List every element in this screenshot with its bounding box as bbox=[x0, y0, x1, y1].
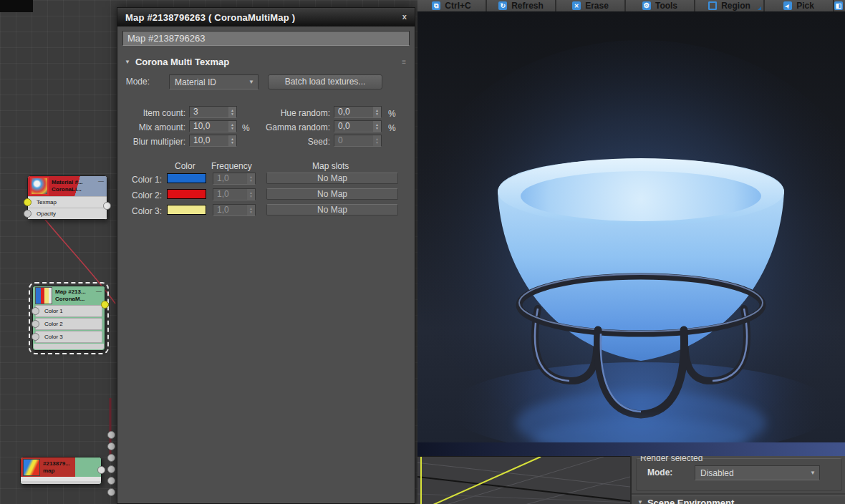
multimap-preview-thumbnail bbox=[35, 287, 52, 304]
spinner-arrows[interactable]: ▲▼ bbox=[247, 173, 255, 184]
gradient-preview-thumbnail bbox=[23, 459, 40, 476]
mode-label: Mode: bbox=[117, 77, 150, 87]
rollout-title: Corona Multi Texmap bbox=[135, 57, 229, 67]
node-header[interactable]: Material #... CoronaLi... — bbox=[28, 176, 107, 196]
mix-amount-label: Mix amount: bbox=[117, 122, 185, 132]
color3-map-slot-button[interactable]: No Map bbox=[266, 204, 398, 215]
erase-icon bbox=[572, 1, 581, 10]
rollout-menu-icon[interactable]: ≡ bbox=[402, 58, 406, 66]
render-viewport[interactable] bbox=[417, 11, 845, 456]
map-name-input[interactable]: Map #2138796263 bbox=[122, 31, 410, 46]
spinner-arrows[interactable]: ▲▼ bbox=[373, 135, 381, 146]
blur-multiplier-spinner[interactable]: 10,0 ▲▼ bbox=[189, 135, 237, 147]
color1-swatch[interactable] bbox=[167, 173, 206, 183]
divider bbox=[632, 493, 845, 495]
column-header-map-slots: Map slots bbox=[312, 161, 349, 171]
input-socket[interactable] bbox=[32, 333, 39, 341]
refresh-button[interactable]: Refresh bbox=[487, 0, 556, 11]
erase-button[interactable]: Erase bbox=[556, 0, 626, 11]
node-collapse-icon[interactable]: — bbox=[96, 288, 102, 294]
node-corona-material[interactable]: Material #... CoronaLi... — Texmap Opaci… bbox=[27, 175, 107, 220]
color2-swatch[interactable] bbox=[167, 189, 206, 199]
node-header[interactable]: Map #213... CoronaM... — bbox=[33, 286, 105, 305]
node-subtitle: CoronaM... bbox=[55, 296, 86, 303]
color1-map-slot-button[interactable]: No Map bbox=[266, 173, 398, 184]
slot-label: Color 1 bbox=[44, 308, 63, 314]
rollout-scene-environment[interactable]: ▼ Scene Environment bbox=[632, 498, 845, 504]
node-slot-texmap[interactable]: Texmap bbox=[28, 196, 107, 208]
node-footer bbox=[21, 481, 101, 484]
seed-spinner[interactable]: 0 ▲▼ bbox=[334, 135, 382, 147]
node-gradient-map[interactable]: #213879... map bbox=[20, 457, 102, 485]
color1-frequency-spinner[interactable]: 1,0 ▲▼ bbox=[213, 173, 256, 185]
output-socket[interactable] bbox=[101, 301, 109, 309]
spinner-arrows[interactable]: ▲▼ bbox=[228, 107, 236, 117]
rollout-corona-multi-texmap[interactable]: ▼ Corona Multi Texmap ≡ bbox=[122, 55, 409, 68]
node-slot-opacity[interactable]: Opacity bbox=[28, 208, 107, 219]
spinner-arrows[interactable]: ▲▼ bbox=[373, 107, 381, 117]
spinner-arrows[interactable]: ▲▼ bbox=[247, 205, 255, 215]
percent-sign: % bbox=[388, 123, 396, 133]
gamma-random-spinner[interactable]: 0,0 ▲▼ bbox=[334, 120, 382, 132]
color2-map-slot-button[interactable]: No Map bbox=[266, 188, 398, 200]
node-corona-multimap[interactable]: Map #213... CoronaM... — Color 1 Color 2… bbox=[32, 286, 105, 351]
input-socket[interactable] bbox=[24, 210, 32, 218]
vfb-toolbar: Ctrl+C Refresh Erase Tools Region Pick C… bbox=[417, 0, 845, 11]
spinner-arrows[interactable]: ▲▼ bbox=[228, 135, 236, 146]
color2-label: Color 2: bbox=[117, 190, 162, 200]
color3-frequency-spinner[interactable]: 1,0 ▲▼ bbox=[213, 204, 256, 216]
hue-random-label: Hue random: bbox=[254, 108, 330, 118]
dialog-title: Map #2138796263 ( CoronaMultiMap ) bbox=[125, 12, 295, 23]
input-socket[interactable] bbox=[32, 307, 39, 315]
render-mode-label: Mode: bbox=[647, 467, 672, 478]
hue-random-spinner[interactable]: 0,0 ▲▼ bbox=[334, 106, 382, 118]
color2-frequency-spinner[interactable]: 1,0 ▲▼ bbox=[213, 188, 256, 200]
percent-sign: % bbox=[242, 123, 250, 133]
chevron-down-icon: ▼ bbox=[810, 470, 816, 476]
input-socket[interactable] bbox=[24, 198, 32, 206]
gamma-random-label: Gamma random: bbox=[254, 122, 330, 132]
perspective-viewport[interactable] bbox=[417, 456, 630, 504]
output-socket[interactable] bbox=[103, 202, 111, 210]
rollout-arrow-icon: ▼ bbox=[637, 499, 643, 504]
rendered-bowl-image bbox=[417, 11, 845, 456]
spinner-arrows[interactable]: ▲▼ bbox=[228, 121, 236, 132]
node-slot-color1[interactable]: Color 1 bbox=[35, 305, 102, 317]
button-label: Ctrl+C bbox=[445, 1, 470, 11]
close-icon[interactable]: x bbox=[399, 12, 410, 22]
mode-dropdown-value: Material ID bbox=[175, 77, 216, 87]
render-selected-title: Render selected bbox=[640, 456, 702, 463]
mode-dropdown[interactable]: Material ID ▼ bbox=[169, 74, 259, 89]
spinner-arrows[interactable]: ▲▼ bbox=[373, 121, 381, 132]
slot-label: Texmap bbox=[37, 199, 57, 205]
copy-to-clipboard-button[interactable]: Ctrl+C bbox=[417, 0, 487, 11]
tools-button[interactable]: Tools bbox=[626, 0, 695, 11]
item-count-spinner[interactable]: 3 ▲▼ bbox=[189, 106, 237, 118]
percent-sign: % bbox=[388, 109, 396, 119]
node-header[interactable]: #213879... map bbox=[21, 457, 101, 477]
screen: Material #... CoronaLi... — Texmap Opaci… bbox=[0, 0, 845, 504]
copy-icon bbox=[432, 1, 440, 10]
input-socket[interactable] bbox=[32, 320, 39, 328]
output-socket[interactable] bbox=[97, 466, 105, 474]
render-mode-dropdown[interactable]: Disabled ▼ bbox=[695, 465, 820, 480]
slot-label: Color 3 bbox=[44, 334, 63, 340]
node-slot-color2[interactable]: Color 2 bbox=[35, 318, 102, 330]
color3-swatch[interactable] bbox=[167, 205, 206, 215]
cshading-button[interactable]: CShad bbox=[834, 0, 845, 11]
mix-amount-spinner[interactable]: 10,0 ▲▼ bbox=[189, 120, 237, 132]
batch-load-textures-button[interactable]: Batch load textures... bbox=[268, 74, 382, 89]
dialog-titlebar[interactable]: Map #2138796263 ( CoronaMultiMap ) x bbox=[117, 8, 415, 26]
node-subtitle: map bbox=[43, 467, 70, 475]
pick-button[interactable]: Pick bbox=[765, 0, 834, 11]
item-count-label: Item count: bbox=[117, 108, 185, 118]
region-button[interactable]: Region bbox=[695, 0, 765, 11]
slot-label: Opacity bbox=[37, 210, 56, 217]
node-collapse-icon[interactable]: — bbox=[98, 178, 104, 184]
slot-label: Color 2 bbox=[44, 321, 63, 327]
seed-label: Seed: bbox=[254, 137, 330, 147]
gear-icon bbox=[642, 1, 651, 10]
clipped-node-fragment bbox=[0, 0, 33, 12]
node-slot-color3[interactable]: Color 3 bbox=[35, 331, 102, 343]
spinner-arrows[interactable]: ▲▼ bbox=[247, 189, 255, 200]
